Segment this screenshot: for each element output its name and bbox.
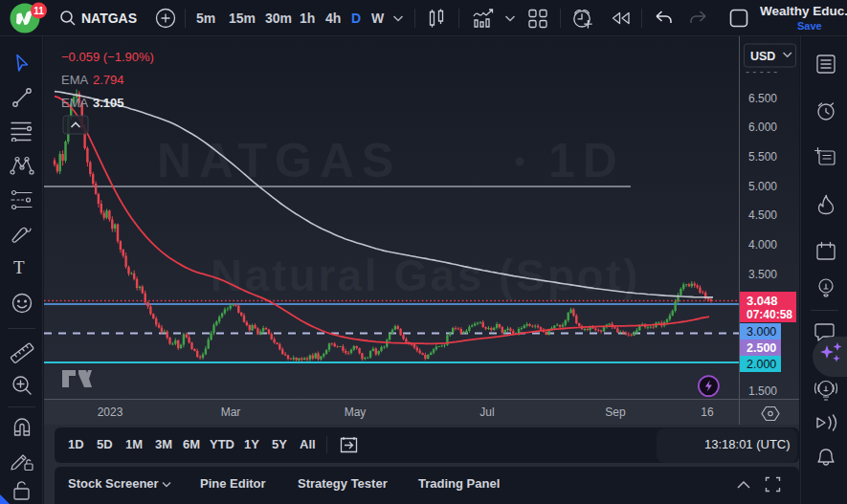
svg-text:5.500: 5.500 [748, 150, 777, 164]
svg-text:Jul: Jul [479, 405, 494, 419]
svg-text:5.000: 5.000 [748, 180, 777, 193]
svg-text:−0.059 (−1.90%): −0.059 (−1.90%) [61, 50, 154, 64]
svg-text:EMA: EMA [61, 96, 89, 110]
svg-text:NATGAS: NATGAS [157, 134, 401, 187]
svg-text:3.105: 3.105 [93, 96, 124, 110]
svg-text:1D: 1D [548, 134, 625, 187]
svg-text:2.794: 2.794 [93, 73, 124, 87]
svg-text:3.048: 3.048 [747, 294, 778, 308]
svg-text:2023: 2023 [98, 405, 123, 419]
svg-text:2.000: 2.000 [747, 358, 776, 371]
svg-text:3.000: 3.000 [747, 325, 776, 339]
svg-text:4.500: 4.500 [748, 208, 777, 222]
svg-text:EMA: EMA [61, 73, 89, 87]
svg-text:May: May [345, 405, 367, 419]
svg-text:USD: USD [750, 50, 775, 63]
svg-text:16: 16 [701, 405, 714, 419]
svg-text:4.000: 4.000 [748, 238, 777, 252]
svg-text:11: 11 [33, 6, 44, 16]
svg-text:Mar: Mar [221, 405, 241, 419]
svg-text:3.500: 3.500 [748, 268, 777, 281]
svg-text:2.500: 2.500 [747, 341, 776, 355]
svg-text:07:40:58: 07:40:58 [747, 308, 792, 321]
svg-text:6.500: 6.500 [748, 92, 777, 105]
svg-text:Sep: Sep [605, 405, 626, 419]
svg-text:1.500: 1.500 [748, 384, 777, 398]
svg-text:6.000: 6.000 [748, 121, 777, 134]
